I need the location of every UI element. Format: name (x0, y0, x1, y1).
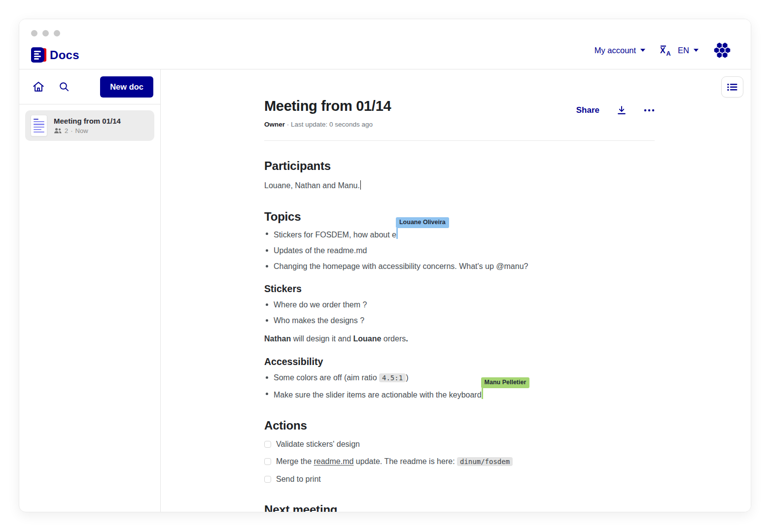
doc-bullet-item: Stickers for FOSDEM, how about eLouane O… (264, 228, 655, 240)
document-list-item[interactable]: Meeting from 01/14 2 · Now (25, 110, 154, 141)
doc-bullet-item: Make sure the slider items are actionabl… (264, 388, 655, 400)
sidebar-toolbar: New doc (19, 69, 160, 104)
doc-heading: Next meeting (264, 502, 655, 512)
doc-checklist: Validate stickers' designMerge the readm… (264, 438, 655, 485)
meta-separator: · (70, 127, 72, 134)
doc-heading: Actions (264, 418, 655, 432)
new-doc-button[interactable]: New doc (100, 76, 153, 98)
document-meta: Owner · Last update: 0 seconds ago (264, 121, 655, 129)
doc-bullet-item: Updates of the readme.md (264, 245, 655, 256)
doc-checklist-item: Send to print (264, 473, 655, 485)
app-window: Docs My account X A EN (19, 19, 751, 512)
download-icon[interactable] (616, 105, 627, 116)
list-icon (727, 82, 738, 92)
inline-link[interactable]: readme.md (314, 457, 353, 466)
docs-logo-icon (31, 47, 44, 63)
document-header: Meeting from 01/14 Owner · Last update: … (264, 97, 655, 129)
doc-heading: Topics (264, 209, 655, 224)
svg-text:A: A (666, 50, 671, 56)
table-of-contents-button[interactable] (721, 76, 743, 98)
document-updated-time: Now (75, 127, 88, 134)
collab-cursor-label: Manu Pelletier (481, 377, 530, 388)
window-dot[interactable] (31, 30, 37, 36)
more-options-icon[interactable] (644, 109, 655, 112)
checklist-item-label: Send to print (276, 473, 321, 485)
doc-bullet-item: Changing the homepage with accessibility… (264, 261, 655, 272)
bold-text: Nathan (264, 334, 291, 343)
chevron-down-icon (694, 49, 699, 52)
collab-cursor-label: Louane Oliveira (396, 217, 449, 228)
window-controls (31, 30, 60, 36)
header-controls: My account X A EN (595, 41, 731, 59)
doc-bullet-list: Some colors are off (aim ratio 4.5:1)Mak… (264, 372, 655, 400)
doc-bullet-list: Stickers for FOSDEM, how about eLouane O… (264, 228, 655, 272)
inline-code: dinum/fosdem (457, 457, 513, 466)
search-button[interactable] (55, 77, 73, 96)
document-list: Meeting from 01/14 2 · Now (19, 104, 160, 147)
app-logo[interactable]: Docs (31, 47, 79, 63)
document-body[interactable]: ParticipantsLouane, Nathan and Manu.Topi… (264, 159, 655, 512)
text-caret (360, 180, 361, 190)
language-menu[interactable]: X A EN (660, 45, 699, 56)
checklist-item-label: Validate stickers' design (276, 438, 360, 450)
doc-bullet-item: Who makes the designs ? (264, 315, 655, 326)
doc-bullet-item: Where do we order them ? (264, 299, 655, 310)
people-icon (54, 128, 62, 134)
checklist-item-label: Merge the readme.md update. The readme i… (276, 456, 513, 467)
doc-heading: Participants (264, 159, 655, 173)
window-dot[interactable] (54, 30, 60, 36)
doc-bullet-item: Some colors are off (aim ratio 4.5:1) (264, 372, 655, 384)
home-icon (32, 80, 45, 93)
sidebar: New doc Meeting from 01/14 (19, 69, 161, 512)
document-item-title: Meeting from 01/14 (54, 117, 121, 126)
last-update-text: Last update: 0 seconds ago (291, 121, 373, 128)
meta-separator: · (287, 121, 289, 128)
my-account-label: My account (595, 46, 636, 55)
doc-checklist-item: Validate stickers' design (264, 438, 655, 450)
doc-bullet-list: Where do we order them ?Who makes the de… (264, 299, 655, 326)
search-icon (58, 81, 70, 93)
translate-icon: X A (660, 45, 673, 56)
document-icon (31, 115, 47, 136)
bold-text: . (406, 334, 408, 343)
document-people-count: 2 (65, 127, 68, 134)
collab-caret: Manu Pelletier (482, 388, 483, 399)
window-dot[interactable] (42, 30, 49, 36)
document-actions: Share (576, 105, 655, 116)
doc-heading: Stickers (264, 283, 655, 295)
svg-text:X: X (660, 46, 665, 55)
document-item-meta: 2 · Now (54, 127, 121, 134)
doc-paragraph: Louane, Nathan and Manu. (264, 180, 655, 192)
doc-checklist-item: Merge the readme.md update. The readme i… (264, 456, 655, 467)
home-button[interactable] (29, 77, 48, 96)
language-label: EN (678, 46, 689, 55)
checkbox[interactable] (264, 458, 271, 465)
inline-code: 4.5:1 (379, 373, 406, 382)
chevron-down-icon (640, 49, 645, 52)
app-title: Docs (50, 48, 79, 62)
checkbox[interactable] (264, 476, 271, 483)
bold-text: Louane (353, 334, 382, 343)
share-button[interactable]: Share (576, 105, 599, 115)
my-account-menu[interactable]: My account (595, 46, 645, 55)
apps-grid-icon[interactable] (713, 41, 731, 59)
doc-heading: Accessibility (264, 356, 655, 367)
doc-paragraph: Nathan will design it and Louane orders. (264, 333, 655, 345)
document-divider (264, 140, 655, 141)
owner-badge: Owner (264, 121, 285, 128)
app-header: Docs My account X A EN (19, 19, 751, 69)
document: Meeting from 01/14 Owner · Last update: … (264, 69, 655, 512)
collab-caret: Louane Oliveira (396, 228, 398, 239)
checkbox[interactable] (264, 441, 271, 448)
editor-pane: Meeting from 01/14 Owner · Last update: … (161, 69, 751, 512)
